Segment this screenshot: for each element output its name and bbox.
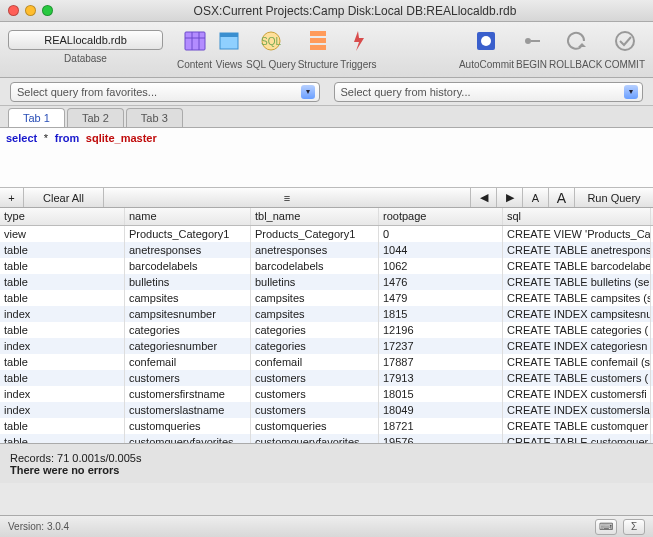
structure-icon xyxy=(303,26,333,56)
favorites-select[interactable]: Select query from favorites... ▾ xyxy=(10,82,320,102)
tab-1[interactable]: Tab 1 xyxy=(8,108,65,127)
column-header-tbl_name[interactable]: tbl_name xyxy=(251,208,379,225)
cell: campsites xyxy=(251,290,379,306)
minimize-icon[interactable] xyxy=(25,5,36,16)
commit-icon xyxy=(610,26,640,56)
cell: table xyxy=(0,418,125,434)
database-button[interactable]: REALlocaldb.rdb xyxy=(8,30,163,50)
column-header-sql[interactable]: sql xyxy=(503,208,651,225)
cell: index xyxy=(0,338,125,354)
cell: anetresponses xyxy=(125,242,251,258)
table-row[interactable]: tablecampsitescampsites1479CREATE TABLE … xyxy=(0,290,653,306)
begin-icon xyxy=(517,26,547,56)
add-button[interactable]: + xyxy=(0,188,24,207)
autocommit-icon xyxy=(471,26,501,56)
cell: customers xyxy=(251,370,379,386)
table-row[interactable]: indexcustomerslastnamecustomers18049CREA… xyxy=(0,402,653,418)
toolbar-item-content[interactable]: Content xyxy=(177,26,212,70)
column-header-type[interactable]: type xyxy=(0,208,125,225)
cell: CREATE TABLE customquer xyxy=(503,418,651,434)
table-row[interactable]: indexcategoriesnumbercategories17237CREA… xyxy=(0,338,653,354)
toolbar-label: ROLLBACK xyxy=(549,59,602,70)
history-select[interactable]: Select query from history... ▾ xyxy=(334,82,644,102)
menu-button[interactable]: ≡ xyxy=(104,188,471,207)
table-row[interactable]: tablebarcodelabelsbarcodelabels1062CREAT… xyxy=(0,258,653,274)
cell: customerslastname xyxy=(125,402,251,418)
cell: bulletins xyxy=(251,274,379,290)
database-group: REALlocaldb.rdb Database xyxy=(8,26,163,64)
content-icon xyxy=(180,26,210,56)
forward-button[interactable]: ▶ xyxy=(497,188,523,207)
sql-editor[interactable]: select * from sqlite_master xyxy=(0,128,653,188)
toolbar: REALlocaldb.rdb Database ContentViewsSQL… xyxy=(0,22,653,78)
table-row[interactable]: tableconfemailconfemail17887CREATE TABLE… xyxy=(0,354,653,370)
zoom-icon[interactable] xyxy=(42,5,53,16)
column-header-rootpage[interactable]: rootpage xyxy=(379,208,503,225)
sql-keyword: from xyxy=(55,132,79,144)
keyboard-icon[interactable]: ⌨ xyxy=(595,519,617,535)
tab-2[interactable]: Tab 2 xyxy=(67,108,124,127)
tab-3[interactable]: Tab 3 xyxy=(126,108,183,127)
cell: view xyxy=(0,226,125,242)
table-row[interactable]: tableanetresponsesanetresponses1044CREAT… xyxy=(0,242,653,258)
grid-body[interactable]: viewProducts_Category1Products_Category1… xyxy=(0,226,653,443)
cell: customqueries xyxy=(125,418,251,434)
cell: 1044 xyxy=(379,242,503,258)
cell: 1815 xyxy=(379,306,503,322)
cell: CREATE INDEX categoriesn xyxy=(503,338,651,354)
cell: CREATE TABLE bulletins (se xyxy=(503,274,651,290)
cell: 18049 xyxy=(379,402,503,418)
table-row[interactable]: tablecustomqueriescustomqueries18721CREA… xyxy=(0,418,653,434)
clear-all-button[interactable]: Clear All xyxy=(24,188,104,207)
sigma-button[interactable]: Σ xyxy=(623,519,645,535)
toolbar-label: Content xyxy=(177,59,212,70)
cell: CREATE TABLE anetrespons xyxy=(503,242,651,258)
table-row[interactable]: indexcampsitesnumbercampsites1815CREATE … xyxy=(0,306,653,322)
control-row: + Clear All ≡ ◀ ▶ A A Run Query xyxy=(0,188,653,208)
status-bar: Records: 71 0.001s/0.005s There were no … xyxy=(0,443,653,483)
table-row[interactable]: indexcustomersfirstnamecustomers18015CRE… xyxy=(0,386,653,402)
toolbar-item-commit[interactable]: COMMIT xyxy=(604,26,645,70)
cell: campsitesnumber xyxy=(125,306,251,322)
cell: CREATE INDEX customersla xyxy=(503,402,651,418)
toolbar-label: AutoCommit xyxy=(459,59,514,70)
cell: table xyxy=(0,258,125,274)
cell: confemail xyxy=(125,354,251,370)
cell: customqueryfavorites xyxy=(125,434,251,443)
toolbar-item-sql-query[interactable]: SQLSQL Query xyxy=(246,26,296,70)
toolbar-item-structure[interactable]: Structure xyxy=(298,26,339,70)
toolbar-item-begin[interactable]: BEGIN xyxy=(516,26,547,70)
cell: CREATE TABLE barcodelabe xyxy=(503,258,651,274)
table-row[interactable]: tablecustomerscustomers17913CREATE TABLE… xyxy=(0,370,653,386)
chevron-down-icon: ▾ xyxy=(624,85,638,99)
column-header-name[interactable]: name xyxy=(125,208,251,225)
run-query-button[interactable]: Run Query xyxy=(575,188,653,207)
table-row[interactable]: tablecategoriescategories12196CREATE TAB… xyxy=(0,322,653,338)
cell: customers xyxy=(251,402,379,418)
status-records: Records: 71 0.001s/0.005s xyxy=(10,452,643,464)
version-label: Version: 3.0.4 xyxy=(8,521,69,532)
toolbar-item-rollback[interactable]: ROLLBACK xyxy=(549,26,602,70)
toolbar-label: BEGIN xyxy=(516,59,547,70)
triggers-icon xyxy=(343,26,373,56)
back-button[interactable]: ◀ xyxy=(471,188,497,207)
cell: table xyxy=(0,322,125,338)
font-smaller-button[interactable]: A xyxy=(523,188,549,207)
tab-bar: Tab 1Tab 2Tab 3 xyxy=(0,106,653,128)
toolbar-main: ContentViewsSQLSQL QueryStructureTrigger… xyxy=(177,26,377,70)
cell: table xyxy=(0,242,125,258)
cell: barcodelabels xyxy=(125,258,251,274)
toolbar-item-autocommit[interactable]: AutoCommit xyxy=(459,26,514,70)
toolbar-item-triggers[interactable]: Triggers xyxy=(340,26,376,70)
table-row[interactable]: viewProducts_Category1Products_Category1… xyxy=(0,226,653,242)
table-row[interactable]: tablecustomqueryfavoritescustomqueryfavo… xyxy=(0,434,653,443)
favorites-placeholder: Select query from favorites... xyxy=(17,86,157,98)
close-icon[interactable] xyxy=(8,5,19,16)
grid-header: typenametbl_namerootpagesql xyxy=(0,208,653,226)
cell: customqueries xyxy=(251,418,379,434)
svg-rect-0 xyxy=(185,32,205,50)
font-larger-button[interactable]: A xyxy=(549,188,575,207)
cell: campsites xyxy=(251,306,379,322)
toolbar-item-views[interactable]: Views xyxy=(214,26,244,70)
table-row[interactable]: tablebulletinsbulletins1476CREATE TABLE … xyxy=(0,274,653,290)
